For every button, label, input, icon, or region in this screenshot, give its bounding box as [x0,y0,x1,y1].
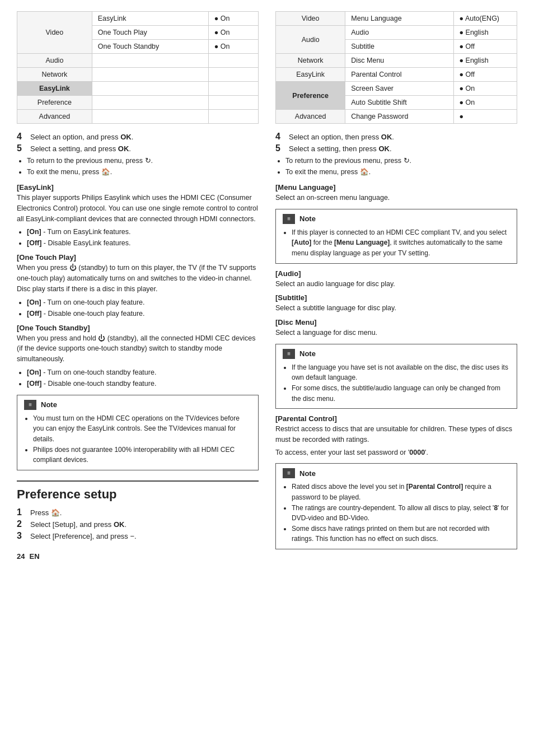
note3-icon: ≡ [283,349,295,359]
right-note-4: ≡ Note Rated discs above the level you s… [275,463,517,549]
ritem-parental: Parental Control [345,68,453,82]
onetouchplay-header: [One Touch Play] [17,253,259,262]
menulang-desc: Select an on-screen menu language. [275,193,517,203]
rval-parental: ● Off [453,68,517,82]
rstep-4-text: Select an option, then press OK. [289,133,394,141]
rcat-audio: Audio [276,26,345,54]
rval-menulang: ● Auto(ENG) [453,12,517,26]
val-onetouchstandby: ● On [208,40,258,54]
step-4-text: Select an option, and press OK. [30,133,133,141]
cat-preference: Preference [17,96,92,110]
left-note-1: ≡ Note You must turn on the HDMI CEC ope… [17,395,259,470]
note4-label: Note [299,469,316,478]
rcat-network: Network [276,54,345,68]
parental-desc2: To access, enter your last set password … [275,447,517,458]
cat-audio: Audio [17,54,92,68]
rval-audio: ● English [453,26,517,40]
note1-list: You must turn on the HDMI CEC operations… [33,413,251,465]
subtitle-header: [Subtitle] [275,293,517,302]
step-4-num: 4 [17,132,27,142]
left-steps: 4 Select an option, and press OK. 5 Sele… [17,132,259,178]
rcat-easylink: EasyLink [276,68,345,82]
val-advanced-empty [208,110,258,124]
otp-off: [Off] - Disable one-touch play feature. [27,308,259,319]
page-lang: EN [29,552,39,561]
val-easylink-empty [208,82,258,96]
rbullet-back: To return to the previous menu, press ↻. [285,155,517,166]
item-network-empty [92,68,208,82]
note3-label: Note [299,349,316,358]
left-menu-table: Video EasyLink ● On One Touch Play ● On … [17,11,259,124]
ots-off: [Off] - Disable one-touch standby featur… [27,378,259,389]
item-onetouchplay: One Touch Play [92,26,208,40]
note4-list: Rated discs above the level you set in [… [292,482,510,544]
parental-desc1: Restrict access to discs that are unsuit… [275,424,517,445]
bullet-back: To return to the previous menu, press ↻. [27,155,259,166]
rval-autosubtitle: ● On [453,96,517,110]
val-onetouchplay: ● On [208,26,258,40]
audio-section: [Audio] Select an audio language for dis… [275,269,517,338]
rval-subtitle: ● Off [453,40,517,54]
easylink-bullets: [On] - Turn on EasyLink features. [Off] … [27,226,259,249]
rcat-preference-selected: Preference [276,82,345,110]
left-column: Video EasyLink ● On One Touch Play ● On … [17,11,259,561]
note1-label: Note [41,400,57,409]
ritem-menulang: Menu Language [345,12,453,26]
item-onetouchstandby: One Touch Standby [92,40,208,54]
cat-network: Network [17,68,92,82]
pref-step-1-text: Press 🏠. [30,508,62,517]
audio-desc: Select an audio language for disc play. [275,279,517,290]
ritem-screensaver: Screen Saver [345,82,453,96]
note1-icon: ≡ [24,400,36,410]
rval-changepassword: ● [453,110,517,124]
rcat-advanced: Advanced [276,110,345,124]
right-menu-table: Video Menu Language ● Auto(ENG) Audio Au… [275,11,517,124]
parental-header: [Parental Control] [275,414,517,423]
note2-list: If this player is connected to an HDMI C… [292,227,510,259]
step-5-bullets: To return to the previous menu, press ↻.… [27,155,259,178]
onetouchplay-section: [One Touch Play] When you press ⏻ (stand… [17,253,259,319]
bullet-exit: To exit the menu, press 🏠. [27,166,259,178]
otp-on: [On] - Turn on one-touch play feature. [27,297,259,308]
note2-label: Note [299,214,316,223]
item-easylink: EasyLink [92,12,208,26]
note3-list: If the language you have set is not avai… [292,362,510,404]
easylink-header: [EasyLink] [17,183,259,192]
note1-bullet1: You must turn on the HDMI CEC operations… [33,413,251,445]
cat-advanced: Advanced [17,110,92,124]
val-preference-empty [208,96,258,110]
menulang-section: [Menu Language] Select an on-screen menu… [275,183,517,203]
discmenu-header: [Disc Menu] [275,318,517,326]
item-easylink-empty [92,82,208,96]
cat-video: Video [17,12,92,54]
val-audio-empty [208,54,258,68]
note4-bullet3: Some discs have ratings printed on them … [292,524,510,544]
onetouchplay-desc: When you press ⏻ (standby) to turn on th… [17,263,259,294]
preference-setup: Preference setup 1 Press 🏠. 2 Select [Se… [17,480,259,541]
note4-header: ≡ Note [283,468,510,478]
onetouchstandby-section: [One Touch Standby] When you press and h… [17,324,259,389]
rstep-4-num: 4 [275,132,285,142]
note3-bullet1: If the language you have set is not avai… [292,362,510,383]
item-audio-empty [92,54,208,68]
easylink-off: [Off] - Disable EasyLink features. [27,237,259,249]
note4-icon: ≡ [283,468,295,478]
audio-header: [Audio] [275,269,517,278]
rstep-5-bullets: To return to the previous menu, press ↻.… [285,155,517,178]
right-note-2: ≡ Note If this player is connected to an… [275,209,517,264]
subtitle-desc: Select a subtitle language for disc play… [275,303,517,314]
rstep-5-num: 5 [275,143,285,153]
ritem-discmenu: Disc Menu [345,54,453,68]
rcat-video: Video [276,12,345,26]
right-note-3: ≡ Note If the language you have set is n… [275,344,517,409]
val-easylink: ● On [208,12,258,26]
step-5-text: Select a setting, and press OK. [30,144,131,153]
rbullet-exit: To exit the menu, press 🏠. [285,166,517,178]
step-5-num: 5 [17,143,27,153]
note2-icon: ≡ [283,214,295,224]
rval-discmenu: ● English [453,54,517,68]
parental-section: [Parental Control] Restrict access to di… [275,414,517,458]
ritem-autosubtitle: Auto Subtitle Shift [345,96,453,110]
page-number: 24 EN [17,552,259,561]
ritem-subtitle: Subtitle [345,40,453,54]
